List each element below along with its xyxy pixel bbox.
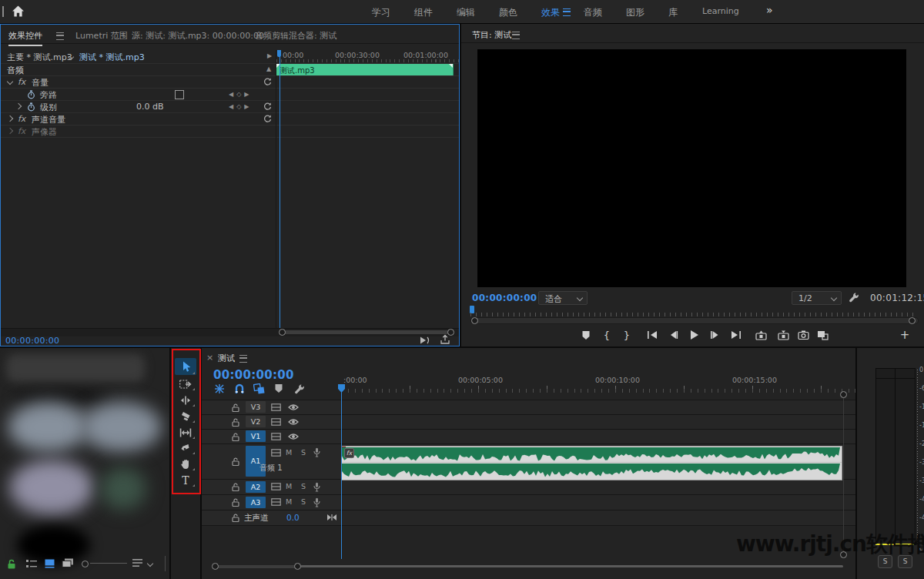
sort-icon[interactable]	[132, 559, 142, 567]
zoom-handle-left[interactable]	[279, 329, 286, 336]
effect-volume-row[interactable]: fx 音量	[1, 76, 459, 89]
icon-view-icon[interactable]	[45, 559, 55, 568]
lock-icon[interactable]	[232, 483, 239, 491]
step-forward-button[interactable]	[707, 328, 722, 342]
export-icon[interactable]	[440, 334, 450, 345]
solo-button[interactable]: S	[299, 482, 308, 490]
stopwatch-icon[interactable]	[27, 102, 35, 112]
timeline-timecode[interactable]: 00:00:00:00	[213, 368, 294, 382]
scroll-thumb[interactable]	[280, 330, 453, 334]
program-ruler[interactable]	[470, 310, 917, 316]
chevron-down-icon[interactable]	[7, 79, 13, 85]
lock-icon[interactable]	[232, 403, 239, 412]
workspace-tab-learn[interactable]: 学习	[372, 6, 390, 19]
track-target-v1[interactable]: V1	[246, 430, 266, 442]
workspace-tab-libraries[interactable]: 库	[668, 6, 678, 19]
workspace-tab-audio[interactable]: 音频	[584, 6, 602, 19]
voiceover-mic-icon[interactable]	[313, 482, 320, 492]
master-volume-value[interactable]: 0.0	[286, 513, 300, 522]
clip-fx-badge[interactable]: fx	[344, 448, 354, 458]
comparison-view-button[interactable]	[815, 328, 830, 342]
track-target-a3[interactable]: A3	[246, 497, 266, 508]
effect-channel-volume-row[interactable]: fx 声道音量	[1, 113, 459, 126]
bypass-checkbox[interactable]	[175, 90, 184, 99]
voiceover-mic-icon[interactable]	[313, 497, 320, 507]
level-value[interactable]: 0.0 dB	[136, 102, 164, 112]
track-target-v2[interactable]: V2	[246, 416, 266, 427]
solo-button[interactable]: S	[299, 497, 308, 506]
chevron-right-icon[interactable]	[15, 103, 22, 109]
workspace-tab-graphics[interactable]: 图形	[626, 6, 644, 19]
razor-tool[interactable]	[175, 409, 196, 423]
thumbnail-zoom-handle[interactable]	[82, 561, 89, 567]
lock-icon[interactable]	[232, 498, 239, 507]
effect-controls-ruler[interactable]: 00:00 00:00:30:00 00:01:00:00	[276, 50, 459, 62]
sync-lock-icon[interactable]	[271, 483, 281, 490]
program-video-viewport[interactable]	[477, 49, 906, 287]
track-name-label[interactable]: 音频 1	[259, 463, 283, 474]
play-toggle-icon[interactable]: ▶	[267, 52, 272, 59]
sync-lock-icon[interactable]	[271, 433, 281, 440]
tab-source-monitor[interactable]: 源: 测试: 测试.mp3: 00:00:00:00	[132, 30, 264, 42]
panel-menu-icon[interactable]	[512, 32, 520, 39]
pen-tool[interactable]	[175, 440, 196, 455]
zoom-handle-right[interactable]	[294, 563, 301, 570]
track-output-eye-icon[interactable]	[288, 433, 299, 440]
thumbnail-zoom-slider[interactable]	[90, 563, 127, 564]
add-marker-button[interactable]	[578, 328, 594, 342]
zoom-thumb[interactable]	[213, 565, 298, 568]
reset-icon[interactable]	[263, 115, 272, 123]
chevron-right-icon[interactable]	[7, 128, 13, 134]
effect-controls-timecode[interactable]: 00:00:00:00	[5, 336, 59, 346]
zoom-scrollbar[interactable]	[1, 328, 459, 336]
horizontal-zoom-scrollbar[interactable]	[208, 563, 845, 569]
writable-lock-icon[interactable]	[7, 559, 16, 569]
workspace-tab-color[interactable]: 颜色	[499, 6, 517, 19]
playback-resolution-select[interactable]: 1/2	[792, 291, 842, 305]
scroll-handle-right[interactable]	[909, 317, 916, 324]
lock-icon[interactable]	[232, 418, 239, 427]
zoom-level-select[interactable]: 适合	[538, 291, 588, 305]
stopwatch-icon[interactable]	[27, 90, 35, 99]
settings-wrench-icon[interactable]	[849, 292, 859, 303]
chevron-down-icon[interactable]	[147, 561, 153, 567]
workspace-tab-assembly[interactable]: 组件	[414, 6, 433, 19]
linked-selection-icon[interactable]	[253, 383, 265, 394]
collapse-icon[interactable]: ▲	[266, 65, 271, 72]
tab-lumetri-scopes[interactable]: Lumetri 范围	[75, 30, 128, 42]
go-to-keyframe-icon[interactable]	[326, 514, 337, 521]
mark-in-button[interactable]: {	[599, 328, 614, 342]
slip-tool[interactable]	[175, 425, 196, 440]
snap-magnet-icon[interactable]	[234, 383, 245, 394]
go-to-in-button[interactable]	[644, 328, 660, 342]
export-frame-button[interactable]	[795, 328, 811, 342]
sequence-clip-label[interactable]: 测试 * 测试.mp3	[79, 52, 145, 63]
chevron-right-icon[interactable]	[7, 115, 13, 122]
mark-out-button[interactable]: }	[619, 328, 634, 342]
home-button[interactable]	[12, 5, 25, 18]
workspace-menu-icon[interactable]	[563, 8, 571, 16]
lock-icon[interactable]	[232, 514, 239, 522]
freeform-view-icon[interactable]	[62, 558, 74, 568]
hand-tool[interactable]	[175, 457, 196, 471]
lift-button[interactable]	[753, 328, 768, 342]
workspace-tab-effects[interactable]: 效果	[541, 6, 560, 19]
reset-icon[interactable]	[263, 102, 272, 111]
lock-icon[interactable]	[232, 457, 239, 466]
list-view-icon[interactable]	[26, 560, 37, 568]
sync-lock-icon[interactable]	[271, 449, 281, 457]
program-timecode[interactable]: 00:00:00:00	[472, 293, 537, 303]
keyframe-nav[interactable]: ◀◇▶	[229, 103, 252, 110]
keyframe-nav[interactable]: ◀◇▶	[229, 91, 252, 98]
type-tool[interactable]: T	[175, 473, 196, 487]
tab-program[interactable]: 节目: 测试	[472, 29, 511, 41]
panel-menu-icon[interactable]	[56, 32, 64, 40]
scroll-handle-left[interactable]	[471, 317, 478, 324]
play-button[interactable]	[686, 328, 701, 342]
scroll-track[interactable]	[300, 565, 843, 567]
nest-sequence-icon[interactable]	[214, 383, 225, 394]
sync-lock-icon[interactable]	[271, 498, 281, 506]
button-editor-add[interactable]: +	[897, 328, 912, 342]
mini-timeline-clip[interactable]: 测试.mp3	[276, 64, 454, 75]
track-output-eye-icon[interactable]	[288, 418, 299, 426]
